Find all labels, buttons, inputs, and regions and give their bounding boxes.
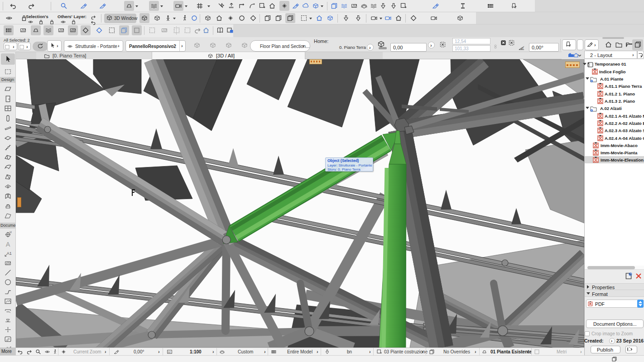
svg-text:12: 12	[168, 351, 171, 353]
svg-text:A: A	[6, 241, 10, 248]
svg-text:12: 12	[10, 231, 12, 233]
svg-text:A1: A1	[7, 251, 12, 256]
svg-text:α: α	[522, 47, 524, 49]
